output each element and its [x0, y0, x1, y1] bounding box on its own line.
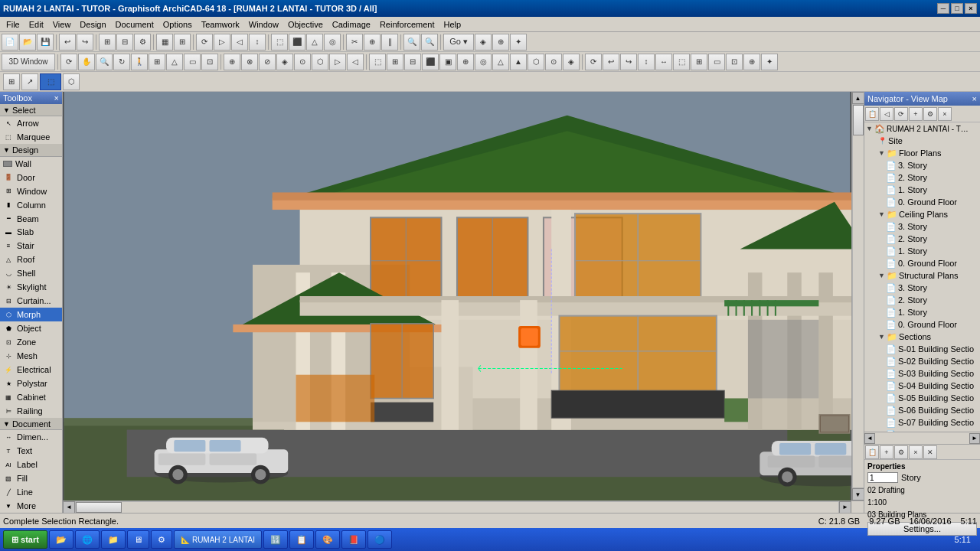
v16[interactable]: ⬛: [422, 54, 439, 70]
taskbar-app-browser[interactable]: 🌐: [75, 530, 100, 549]
v10[interactable]: ⬡: [312, 54, 328, 70]
v33[interactable]: ⊡: [726, 54, 743, 70]
tree-site[interactable]: 📍 Site: [864, 135, 980, 147]
tool-shell[interactable]: ◡ Shell: [0, 266, 62, 280]
menu-cadimage[interactable]: Cadimage: [328, 18, 375, 31]
v1[interactable]: ⊞: [149, 54, 165, 70]
prop-story-number-input[interactable]: [867, 472, 898, 483]
t3[interactable]: ◁: [231, 34, 248, 51]
scroll-left-btn[interactable]: ◄: [63, 501, 75, 514]
tool-stair[interactable]: ≡ Stair: [0, 239, 62, 253]
tool-arrow[interactable]: ↖ Arrow: [0, 116, 62, 130]
t14[interactable]: ◈: [475, 34, 492, 51]
v28[interactable]: ↕: [638, 54, 655, 70]
v6[interactable]: ⊗: [241, 54, 258, 70]
tool-text[interactable]: T Text: [0, 444, 62, 458]
sel-rect-btn[interactable]: ⊞: [3, 73, 20, 90]
menu-teamwork[interactable]: Teamwork: [197, 18, 244, 31]
redo-btn[interactable]: ↪: [77, 34, 93, 51]
menu-objective[interactable]: Objective: [283, 18, 328, 31]
tool-fill[interactable]: ▧ Fill: [0, 471, 62, 485]
taskbar-app-acrobat[interactable]: 📕: [341, 530, 366, 549]
menu-options[interactable]: Options: [158, 18, 197, 31]
scroll-track-v[interactable]: [852, 104, 864, 488]
scroll-thumb-h[interactable]: [76, 502, 122, 513]
prop-close-btn[interactable]: ✕: [923, 445, 937, 459]
v22[interactable]: ⬡: [528, 54, 544, 70]
horizontal-scrollbar[interactable]: ◄ ►: [63, 500, 864, 513]
taskbar-app-calc[interactable]: 🔢: [263, 530, 288, 549]
scroll-up-btn[interactable]: ▲: [852, 92, 864, 104]
taskbar-app-settings[interactable]: ⚙: [151, 530, 172, 549]
tool-mesh[interactable]: ⊹ Mesh: [0, 349, 62, 363]
go-btn[interactable]: Go ▾: [443, 34, 474, 51]
t11[interactable]: ∥: [381, 34, 398, 51]
tree-floor-plans[interactable]: ▼ 📁 Floor Plans: [864, 147, 980, 159]
tool-morph[interactable]: ⬡ Morph: [0, 308, 62, 321]
tool-marquee[interactable]: ⬚ Marquee: [0, 130, 62, 144]
tool-object[interactable]: ⬟ Object: [0, 321, 62, 335]
viewport[interactable]: [63, 92, 851, 500]
minimize-button[interactable]: ─: [937, 3, 949, 14]
tool-zone[interactable]: ⊡ Zone: [0, 335, 62, 349]
tool-slab[interactable]: ▬ Slab: [0, 225, 62, 239]
t13[interactable]: 🔍: [421, 34, 438, 51]
tool-skylight[interactable]: ☀ Skylight: [0, 280, 62, 294]
nav-scroll-track[interactable]: [875, 434, 969, 443]
v19[interactable]: ◎: [475, 54, 492, 70]
navigator-close[interactable]: ×: [972, 94, 977, 103]
v8[interactable]: ◈: [276, 54, 293, 70]
toolbox-section-design[interactable]: ▼ Design: [0, 144, 62, 156]
v17[interactable]: ▣: [439, 54, 456, 70]
tree-s01[interactable]: 📄 S-01 Building Sectio: [864, 343, 980, 355]
tree-cp-3story[interactable]: 📄 3. Story: [864, 220, 980, 233]
v32[interactable]: ▭: [708, 54, 725, 70]
deselect-btn[interactable]: ⊟: [116, 34, 133, 51]
tool-more[interactable]: ▼ More: [0, 499, 62, 513]
nav-refresh-btn[interactable]: ⟳: [894, 107, 908, 121]
prop-delete-btn[interactable]: ×: [909, 445, 923, 459]
prop-view-btn[interactable]: 📋: [865, 445, 879, 459]
layers-btn[interactable]: ▦: [156, 34, 173, 51]
walk-btn[interactable]: 🚶: [131, 54, 148, 70]
tool-polystar[interactable]: ★ Polystar: [0, 377, 62, 390]
orbit-btn[interactable]: ⟳: [60, 54, 77, 70]
tree-root[interactable]: ▼ 🏠 RUMAH 2 LANTAI - TUTOR: [864, 122, 980, 135]
open-btn[interactable]: 📂: [19, 34, 36, 51]
tool-cabinet[interactable]: ▦ Cabinet: [0, 390, 62, 404]
toolbox-section-select[interactable]: ▼ Select: [0, 104, 62, 116]
t2[interactable]: ▷: [214, 34, 230, 51]
nav-close-btn[interactable]: ×: [938, 107, 952, 121]
tool-curtain[interactable]: ⊟ Curtain...: [0, 294, 62, 308]
v31[interactable]: ⊞: [691, 54, 707, 70]
v29[interactable]: ↔: [655, 54, 672, 70]
tree-structural-plans[interactable]: ▼ 📁 Structural Plans: [864, 269, 980, 282]
v14[interactable]: ⊞: [387, 54, 403, 70]
v26[interactable]: ↩: [603, 54, 619, 70]
maximize-button[interactable]: □: [951, 3, 963, 14]
tool-door[interactable]: 🚪 Door: [0, 171, 62, 184]
v9[interactable]: ⊙: [294, 54, 311, 70]
tool-column[interactable]: ▮ Column: [0, 198, 62, 212]
tool-beam[interactable]: ━ Beam: [0, 212, 62, 226]
menu-window[interactable]: Window: [244, 18, 283, 31]
tree-s04[interactable]: 📄 S-04 Building Sectio: [864, 380, 980, 392]
v23[interactable]: ⊙: [545, 54, 562, 70]
v30[interactable]: ⬚: [673, 54, 690, 70]
t4[interactable]: ↕: [249, 34, 266, 51]
nav-scroll-right[interactable]: ►: [969, 433, 980, 444]
v3[interactable]: ▭: [184, 54, 201, 70]
v35[interactable]: ✦: [761, 54, 778, 70]
t16[interactable]: ✦: [510, 34, 527, 51]
save-btn[interactable]: 💾: [37, 34, 54, 51]
menu-view[interactable]: View: [48, 18, 76, 31]
taskbar-app-computer[interactable]: 🖥: [127, 530, 149, 549]
tool-window[interactable]: ⊞ Window: [0, 184, 62, 198]
scroll-down-btn[interactable]: ▼: [852, 488, 864, 500]
3d-window-btn[interactable]: 3D Window: [2, 54, 55, 70]
taskbar-app-folder[interactable]: 📁: [101, 530, 126, 549]
tree-cp-1story[interactable]: 📄 1. Story: [864, 245, 980, 257]
tree-ceiling-plans[interactable]: ▼ 📁 Ceiling Plans: [864, 208, 980, 220]
menu-edit[interactable]: Edit: [24, 18, 48, 31]
t1[interactable]: ⟳: [196, 34, 213, 51]
